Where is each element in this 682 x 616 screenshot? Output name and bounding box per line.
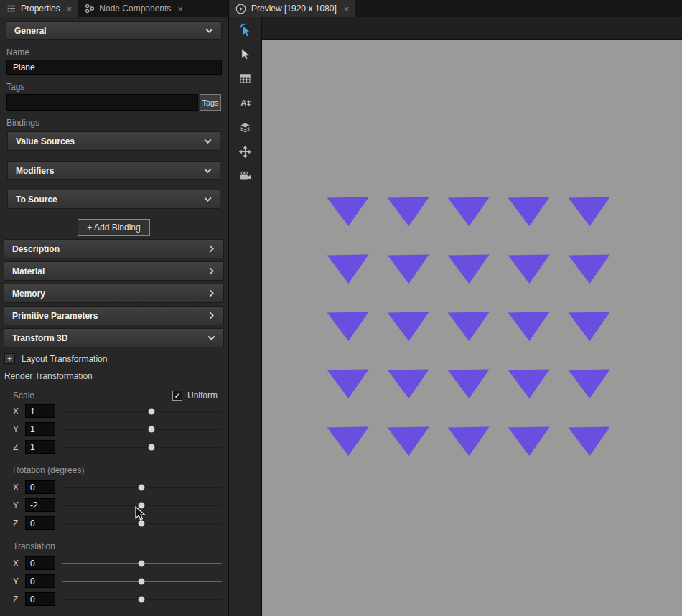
name-input[interactable] bbox=[6, 60, 222, 75]
slider-handle[interactable] bbox=[149, 444, 155, 450]
chevron-right-icon bbox=[207, 313, 215, 318]
scene-triangle[interactable] bbox=[569, 312, 611, 341]
tab-properties[interactable]: Properties × bbox=[0, 0, 78, 17]
camera-tool[interactable] bbox=[229, 164, 261, 188]
slider-handle[interactable] bbox=[139, 502, 145, 508]
scene-triangle[interactable] bbox=[569, 254, 611, 284]
section-modifiers[interactable]: Modifiers bbox=[7, 161, 220, 180]
scene-triangle[interactable] bbox=[508, 426, 551, 456]
scene-triangle[interactable] bbox=[508, 312, 551, 341]
chevron-right-icon bbox=[207, 246, 215, 251]
scale-z-input[interactable] bbox=[25, 440, 55, 454]
scene-triangle[interactable] bbox=[388, 369, 430, 398]
scale-z-slider[interactable] bbox=[60, 438, 225, 456]
node-components-icon bbox=[85, 4, 95, 14]
scene-triangle[interactable] bbox=[448, 197, 490, 226]
scene-triangle[interactable] bbox=[388, 426, 430, 456]
translation-z-row: Z bbox=[13, 590, 225, 608]
rotation-x-row: X bbox=[13, 478, 225, 496]
rotation-z-input[interactable] bbox=[25, 516, 55, 530]
scene-triangle[interactable] bbox=[508, 197, 551, 226]
tab-preview[interactable]: Preview [1920 x 1080] × bbox=[229, 0, 355, 17]
interact-tool[interactable] bbox=[229, 17, 261, 42]
properties-icon bbox=[6, 4, 17, 14]
scene-triangle[interactable] bbox=[388, 254, 430, 284]
tab-node-components[interactable]: Node Components × bbox=[78, 0, 190, 17]
section-to-source[interactable]: To Source bbox=[7, 190, 220, 209]
scene-triangle[interactable] bbox=[327, 254, 370, 284]
viewport-3d[interactable] bbox=[262, 40, 682, 616]
scene-triangle[interactable] bbox=[388, 197, 430, 226]
tab-label: Properties bbox=[21, 4, 60, 14]
scene-triangle[interactable] bbox=[508, 369, 551, 398]
slider-handle[interactable] bbox=[139, 484, 145, 490]
translation-y-row: Y bbox=[13, 572, 225, 590]
close-icon[interactable]: × bbox=[177, 4, 183, 14]
slider-handle[interactable] bbox=[139, 560, 145, 566]
scene-triangle[interactable] bbox=[448, 369, 490, 398]
axis-label: X bbox=[13, 482, 20, 493]
section-memory[interactable]: Memory bbox=[4, 284, 224, 303]
axis-label: Y bbox=[13, 424, 20, 434]
scale-header: Scale ✓ Uniform bbox=[13, 391, 218, 401]
rotation-z-slider[interactable] bbox=[60, 514, 225, 532]
scene-triangle[interactable] bbox=[448, 426, 490, 456]
add-binding-button[interactable]: + Add Binding bbox=[78, 219, 149, 236]
translation-x-slider[interactable] bbox=[60, 554, 225, 572]
translation-x-input[interactable] bbox=[25, 556, 55, 570]
section-primitive-parameters[interactable]: Primitive Parameters bbox=[4, 306, 224, 325]
slider-handle[interactable] bbox=[139, 596, 145, 602]
section-transform-3d[interactable]: Transform 3D bbox=[4, 328, 224, 347]
translation-z-slider[interactable] bbox=[60, 590, 225, 608]
translation-y-input[interactable] bbox=[25, 574, 55, 588]
add-layout-transformation-button[interactable]: + bbox=[4, 353, 15, 364]
slider-handle[interactable] bbox=[139, 578, 145, 584]
rotation-y-input[interactable] bbox=[25, 498, 55, 512]
select-tool[interactable] bbox=[229, 42, 261, 66]
scene-triangle[interactable] bbox=[327, 426, 370, 456]
scene-triangle[interactable] bbox=[327, 312, 370, 341]
scene-triangle[interactable] bbox=[569, 197, 611, 226]
uniform-label: Uniform bbox=[187, 391, 218, 401]
rotation-y-slider[interactable] bbox=[60, 496, 225, 514]
font-tool[interactable]: A bbox=[229, 90, 261, 115]
translation-z-input[interactable] bbox=[25, 592, 55, 606]
slider-handle[interactable] bbox=[149, 408, 155, 414]
section-description[interactable]: Description bbox=[4, 239, 224, 258]
rotation-y-row: Y bbox=[13, 496, 225, 514]
rotation-x-slider[interactable] bbox=[60, 478, 225, 496]
slider-handle[interactable] bbox=[149, 426, 155, 432]
scene-triangle[interactable] bbox=[388, 312, 430, 341]
close-icon[interactable]: × bbox=[344, 4, 350, 14]
grid-tool[interactable] bbox=[229, 66, 261, 90]
axis-label: Z bbox=[13, 518, 20, 528]
scale-y-slider[interactable] bbox=[60, 420, 225, 438]
tags-button[interactable]: Tags bbox=[200, 94, 221, 111]
scale-x-input[interactable] bbox=[25, 404, 55, 418]
scene-triangle[interactable] bbox=[327, 369, 370, 398]
scene-triangle[interactable] bbox=[448, 312, 490, 341]
slider-track bbox=[62, 411, 222, 412]
properties-content: General Name Tags Tags Bindings Value So… bbox=[0, 17, 228, 616]
uniform-checkbox[interactable]: ✓ bbox=[172, 391, 182, 401]
scene-triangle[interactable] bbox=[448, 254, 490, 284]
tags-input[interactable] bbox=[6, 94, 198, 111]
scene-triangle[interactable] bbox=[508, 254, 551, 284]
close-icon[interactable]: × bbox=[67, 4, 73, 14]
section-material[interactable]: Material bbox=[4, 261, 224, 281]
translation-y-slider[interactable] bbox=[60, 572, 225, 590]
translation-label: Translation bbox=[13, 541, 218, 551]
section-general[interactable]: General bbox=[6, 21, 222, 40]
scale-y-input[interactable] bbox=[25, 422, 55, 436]
section-value-sources[interactable]: Value Sources bbox=[7, 131, 220, 151]
axis-label: X bbox=[13, 559, 20, 569]
transform-tool[interactable] bbox=[229, 139, 261, 164]
slider-handle[interactable] bbox=[139, 520, 145, 526]
rotation-x-input[interactable] bbox=[25, 480, 55, 494]
layers-tool[interactable] bbox=[229, 115, 261, 139]
scene-triangle[interactable] bbox=[569, 426, 611, 456]
scene-triangle[interactable] bbox=[569, 369, 611, 398]
slider-track bbox=[62, 429, 222, 430]
scene-triangle[interactable] bbox=[327, 197, 370, 226]
scale-x-slider[interactable] bbox=[60, 402, 225, 420]
